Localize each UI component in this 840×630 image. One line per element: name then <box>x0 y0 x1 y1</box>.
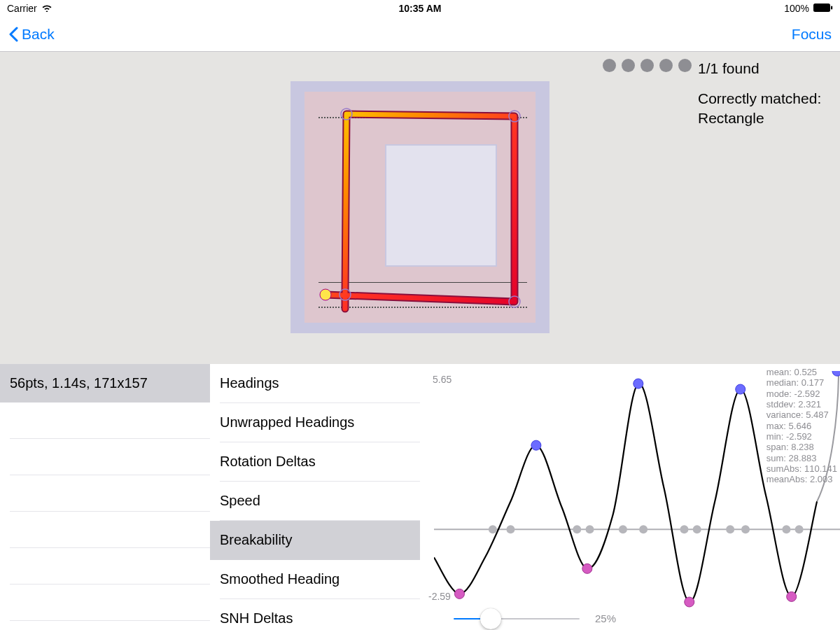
svg-point-12 <box>619 525 627 533</box>
svg-point-11 <box>586 525 594 533</box>
metric-rotation-deltas[interactable]: Rotation Deltas <box>220 442 420 482</box>
stat-mode: mode: -2.592 <box>766 388 837 399</box>
svg-point-2 <box>320 289 331 300</box>
list-item[interactable] <box>10 548 210 584</box>
svg-point-9 <box>506 525 514 533</box>
stroke-summary-cell[interactable]: 56pts, 1.14s, 171x157 <box>0 364 210 402</box>
smoothing-value: 25% <box>595 612 616 624</box>
metric-headings[interactable]: Headings <box>220 364 420 403</box>
list-item[interactable] <box>10 512 210 548</box>
metric-smoothed-heading[interactable]: Smoothed Heading <box>220 560 420 599</box>
stroke-list[interactable]: 56pts, 1.14s, 171x157 <box>0 364 210 630</box>
indicator-dot[interactable] <box>603 59 616 72</box>
page-indicator[interactable] <box>603 59 692 72</box>
chevron-left-icon <box>8 27 20 43</box>
smoothing-slider[interactable] <box>454 618 580 620</box>
svg-point-19 <box>795 525 804 533</box>
list-item[interactable] <box>10 439 210 475</box>
list-item[interactable] <box>10 402 210 439</box>
stat-max: max: 5.646 <box>766 421 837 431</box>
nav-bar: Back Focus <box>0 17 840 52</box>
svg-point-13 <box>639 525 648 533</box>
result-match-label: Correctly matched: <box>698 89 834 108</box>
back-label: Back <box>22 26 55 43</box>
metric-unwrapped-headings[interactable]: Unwrapped Headings <box>220 403 420 442</box>
svg-point-18 <box>782 525 790 533</box>
metric-speed[interactable]: Speed <box>220 482 420 521</box>
status-bar: Carrier 10:35 AM 100% <box>0 0 840 17</box>
svg-point-21 <box>736 384 746 394</box>
svg-point-10 <box>573 525 581 533</box>
svg-point-8 <box>489 525 497 533</box>
svg-point-15 <box>693 525 701 533</box>
focus-button[interactable]: Focus <box>792 26 832 43</box>
indicator-dot[interactable] <box>659 59 673 72</box>
svg-point-17 <box>741 525 750 533</box>
metric-breakability[interactable]: Breakability <box>210 521 420 560</box>
stroke-path <box>304 92 536 323</box>
stat-median: median: 0.177 <box>766 377 837 388</box>
clock: 10:35 AM <box>0 3 840 14</box>
metric-list[interactable]: Headings Unwrapped Headings Rotation Del… <box>210 364 420 630</box>
stat-stddev: stddev: 2.321 <box>766 399 837 410</box>
stroke-preview <box>290 81 550 333</box>
stat-min: min: -2.592 <box>766 431 837 442</box>
preview-area: 1/1 found Correctly matched: Rectangle <box>0 52 840 364</box>
svg-point-26 <box>685 597 694 607</box>
svg-point-14 <box>680 525 688 533</box>
stat-meanabs: meanAbs: 2.003 <box>766 474 837 484</box>
stat-sumabs: sumAbs: 110.141 <box>766 463 837 474</box>
list-item[interactable] <box>10 584 210 621</box>
svg-point-16 <box>726 525 734 533</box>
detail-panel: 56pts, 1.14s, 171x157 Headings Unwrapped… <box>0 364 840 630</box>
chart-panel: 5.65 -2.59 mean: 0.525 median: 0.177 mod… <box>420 364 840 630</box>
svg-point-25 <box>582 564 592 573</box>
stat-mean: mean: 0.525 <box>766 367 837 377</box>
smoothing-control: 25% <box>454 612 616 624</box>
indicator-dot[interactable] <box>640 59 654 72</box>
svg-point-24 <box>454 589 464 598</box>
stat-span: span: 8.238 <box>766 442 837 452</box>
list-item[interactable] <box>10 475 210 512</box>
stat-variance: variance: 5.487 <box>766 410 837 420</box>
svg-point-27 <box>787 592 797 601</box>
result-found: 1/1 found <box>698 59 834 78</box>
back-button[interactable]: Back <box>8 26 55 43</box>
indicator-dot[interactable] <box>622 59 635 72</box>
chart-stats: mean: 0.525 median: 0.177 mode: -2.592 s… <box>766 367 837 485</box>
metric-snh-deltas[interactable]: SNH Deltas <box>220 599 420 630</box>
result-match-value: Rectangle <box>698 108 834 127</box>
svg-point-20 <box>634 379 643 388</box>
stat-sum: sum: 28.883 <box>766 453 837 463</box>
svg-point-22 <box>531 440 541 450</box>
indicator-dot[interactable] <box>678 59 692 72</box>
result-summary: 1/1 found Correctly matched: Rectangle <box>698 59 834 127</box>
